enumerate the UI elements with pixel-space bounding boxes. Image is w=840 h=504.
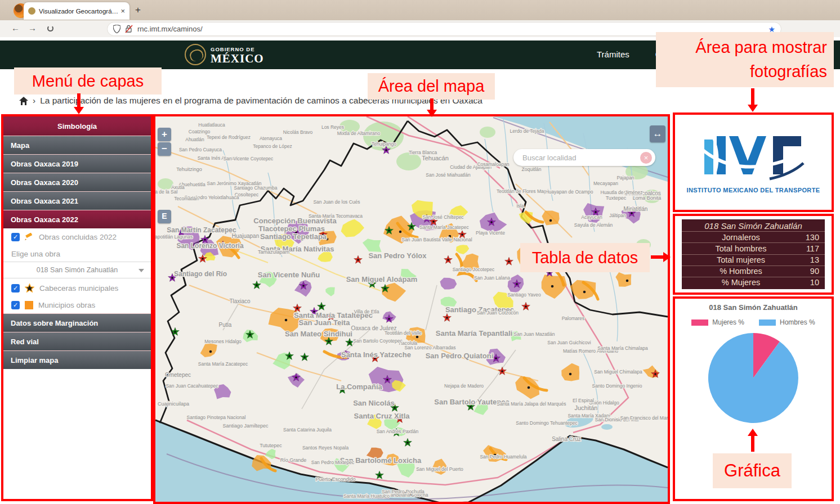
work-site-dot[interactable] <box>285 319 288 322</box>
map-town-label: Mixtla de Altamirano <box>337 130 381 136</box>
star-center-dot <box>249 334 251 336</box>
sidebar-layer-button[interactable]: Mapa <box>3 136 151 154</box>
back-icon[interactable]: ← <box>11 23 20 33</box>
work-site-dot[interactable] <box>416 336 419 339</box>
star-center-dot <box>384 287 386 290</box>
table-row-label: Jornaleros <box>687 233 794 242</box>
browser-tab[interactable]: Visualizador Geocartográfico de × <box>24 2 129 20</box>
locality-search[interactable]: × <box>513 149 655 166</box>
new-tab-button[interactable]: + <box>135 4 141 16</box>
checkbox-checked[interactable]: ✓ <box>11 284 20 292</box>
map-town-label: Santa María Jalapa del Marqués <box>497 401 566 407</box>
star-center-dot <box>174 331 176 333</box>
map-town-label: San Vicente Coyotepec <box>224 156 274 161</box>
star-center-dot <box>386 379 388 381</box>
url-text: rnc.imt.mx/caminos/ <box>137 25 203 33</box>
map-town-label: Santiago Jocotepec <box>453 267 495 272</box>
map-town-label: San Pedro Quiatoni <box>426 352 494 360</box>
layer-label: Obras concluidas 2022 <box>39 233 117 241</box>
map-town-label: Isla <box>516 203 524 209</box>
map-area[interactable]: Concepción BuenavistaTlacotepec PlumasSa… <box>153 114 670 504</box>
map-town-label: Santa María Zacatepec <box>198 361 248 367</box>
forward-icon[interactable]: → <box>28 23 37 33</box>
gov-logo-line2: MÉXICO <box>211 52 264 66</box>
map-town-label: Loma Bonita <box>633 195 662 201</box>
work-site-dot[interactable] <box>583 291 586 294</box>
star-center-dot <box>432 220 435 223</box>
work-site-dot[interactable] <box>209 350 212 353</box>
table-row-label: % Hombres <box>687 267 794 276</box>
zoom-out-button[interactable]: − <box>158 142 171 156</box>
layer-cabeceras[interactable]: ✓ Cabeceras municipales <box>3 280 151 296</box>
map-town-label: San Mateo Sindihui <box>285 330 352 338</box>
star-center-dot <box>320 305 323 308</box>
edit-button[interactable]: E <box>158 210 171 223</box>
star-center-dot <box>171 277 173 279</box>
screen: Visualizador Geocartográfico de × + ← → … <box>0 0 840 504</box>
checkbox-checked[interactable]: ✓ <box>11 233 20 241</box>
sidebar-section-button[interactable]: Limpiar mapa <box>3 350 151 369</box>
pie-slice <box>708 333 798 423</box>
gov-eagle-logo[interactable] <box>185 44 206 65</box>
table-row-label: % Mujeres <box>687 278 794 287</box>
map-town-label: Huatlatlauca <box>198 122 225 128</box>
obra-select[interactable]: 018 San Simón Zahuatlán <box>3 262 151 278</box>
star-center-dot <box>328 340 330 343</box>
work-site-dot[interactable] <box>626 280 629 282</box>
map-town-label: San Pedro Huamelula <box>480 454 526 460</box>
star-center-dot <box>388 318 390 320</box>
work-site-dot[interactable] <box>551 285 554 288</box>
gov-nav-link[interactable]: Trámites <box>597 50 629 59</box>
sidebar-layer-button[interactable]: Obras Oaxaca 2021 <box>3 191 151 210</box>
sidebar-layer-button[interactable]: Obras Oaxaca 2020 <box>3 173 151 191</box>
legend-item: Mujeres % <box>691 318 744 326</box>
map-town-label: El Espinal <box>573 398 594 403</box>
star-center-dot <box>385 149 387 151</box>
obra-selected-value: 018 San Simón Zahuatlán <box>37 266 118 274</box>
map-town-label: La Compañía <box>336 382 382 391</box>
search-input[interactable] <box>521 153 640 163</box>
sidebar-layer-button[interactable]: Obras Oaxaca 2019 <box>3 154 151 173</box>
sidebar-layer-button[interactable]: Obras Oaxaca 2022 <box>3 210 151 228</box>
map-town-label: San Juan Cacahuatepec <box>166 383 218 389</box>
map-town-label: Huajuapan <box>232 233 259 239</box>
expand-icon[interactable]: ↔ <box>650 125 665 142</box>
map-town-label: Tlacotepec Plumas <box>258 224 325 233</box>
star-center-dot <box>204 238 206 241</box>
star-center-dot <box>631 212 633 214</box>
star-center-dot <box>302 285 305 287</box>
map-town-label: Santa Cruz Xitla <box>354 412 410 420</box>
layer-municipios[interactable]: ✓ Municipios obras <box>3 296 151 313</box>
star-center-dot <box>296 307 298 309</box>
star-center-dot <box>288 355 291 357</box>
sidebar-section-button[interactable]: Red vial <box>3 332 151 350</box>
reload-icon[interactable] <box>47 25 53 32</box>
home-icon[interactable] <box>19 97 28 105</box>
work-site-dot[interactable] <box>528 386 530 389</box>
map-town-label: San Juan Lalana <box>474 275 510 281</box>
checkbox-checked[interactable]: ✓ <box>11 301 20 309</box>
table-row: Jornaleros 130 <box>682 231 825 242</box>
map-town-label: Mecayapan <box>593 181 618 186</box>
star-center-dot <box>357 259 359 261</box>
work-site-dot[interactable] <box>399 231 402 233</box>
star-icon <box>25 284 34 292</box>
map-town-label: Nicolás Bravo <box>283 129 313 135</box>
star-center-dot <box>525 305 527 308</box>
layer-obras-concluidas[interactable]: ✓ Obras concluidas 2022 <box>3 228 151 245</box>
tab-close-icon[interactable]: × <box>120 7 125 15</box>
elige-una-obra-label: Elige una obra <box>3 245 151 260</box>
zoom-in-button[interactable]: + <box>158 128 171 141</box>
map-town-label: San Jerónimo Xayacatlán <box>207 181 262 186</box>
star-center-dot <box>295 376 297 379</box>
map-town-label: Santo Domingo Tehuantepec <box>516 420 578 426</box>
table-row: % Mujeres 10 <box>682 277 825 288</box>
map-town-label: Tlaxiaco <box>229 298 251 304</box>
search-clear-icon[interactable]: × <box>640 152 652 164</box>
work-site-dot[interactable] <box>549 219 552 222</box>
sidebar-section-button[interactable]: Datos sobre Marginación <box>3 313 151 332</box>
map-canvas[interactable]: Concepción BuenavistaTlacotepec PlumasSa… <box>155 116 668 502</box>
legend-label: Mujeres % <box>712 318 744 326</box>
star-center-dot <box>202 258 204 260</box>
work-site-dot[interactable] <box>569 373 572 376</box>
